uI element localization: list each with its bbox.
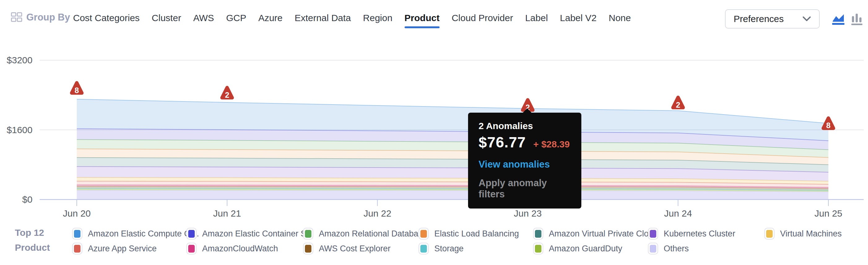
legend-title-line1: Top 12	[15, 225, 50, 240]
legend-item-label: Amazon Virtual Private Cloud	[549, 229, 658, 239]
legend-title: Top 12 Product	[15, 225, 50, 255]
anomaly-count: 2	[676, 101, 680, 109]
legend-title-line2: Product	[15, 240, 50, 255]
legend-item-label: AmazonCloudWatch	[202, 244, 278, 254]
legend-color-chip	[533, 243, 543, 255]
legend-item-label: Others	[664, 244, 689, 254]
legend-item-amazon-virtual-private-cloud[interactable]: Amazon Virtual Private Cloud	[533, 228, 658, 240]
tab-cloud-provider[interactable]: Cloud Provider	[452, 13, 513, 23]
grid-icon	[11, 12, 23, 23]
group-by-label: Group By	[26, 12, 70, 23]
legend-item-label: Azure App Service	[88, 244, 157, 254]
legend-color-chip	[764, 228, 775, 240]
y-tick-label: $1600	[7, 125, 32, 135]
legend-item-amazon-elastic-container-s[interactable]: Amazon Elastic Container S...	[186, 228, 313, 240]
legend-item-label: AWS Cost Explorer	[319, 244, 391, 254]
stacked-area-chart: Jun 20Jun 21Jun 22Jun 23Jun 24Jun 25$0$1…	[0, 34, 868, 220]
legend-item-kubernetes-cluster[interactable]: Kubernetes Cluster	[648, 228, 735, 240]
legend-color-chip	[418, 243, 429, 255]
preferences-dropdown[interactable]: Preferences	[725, 9, 820, 29]
group-by-label-container: Group By	[11, 12, 70, 23]
legend-item-label: Amazon GuardDuty	[549, 244, 622, 254]
area-band-others[interactable]	[77, 190, 828, 200]
legend-item-amazon-guardduty[interactable]: Amazon GuardDuty	[533, 243, 622, 255]
tooltip-tail	[523, 108, 532, 113]
chart-view-toggle	[832, 12, 863, 25]
legend-item-label: Kubernetes Cluster	[664, 229, 735, 239]
tab-aws[interactable]: AWS	[193, 13, 214, 23]
legend-item-amazon-relational-databas[interactable]: Amazon Relational Databas...	[303, 228, 429, 240]
anomaly-count: 2	[225, 90, 229, 99]
legend-item-label: Amazon Relational Databas...	[319, 229, 429, 239]
tab-none[interactable]: None	[609, 13, 631, 23]
area-chart-icon[interactable]	[832, 12, 845, 25]
groupby-bar: Group By Cost CategoriesClusterAWSGCPAzu…	[0, 0, 868, 34]
tooltip-anomaly-count: 2 Anomalies	[478, 121, 571, 131]
anomaly-marker-jun-25[interactable]: 8	[824, 118, 834, 130]
legend-item-others[interactable]: Others	[648, 243, 689, 255]
tab-azure[interactable]: Azure	[258, 13, 282, 23]
legend-item-aws-cost-explorer[interactable]: AWS Cost Explorer	[303, 243, 391, 255]
chevron-down-icon	[802, 16, 811, 22]
legend-item-virtual-machines[interactable]: Virtual Machines	[764, 228, 842, 240]
tooltip-cost-value: $76.77	[478, 134, 526, 151]
tab-region[interactable]: Region	[363, 13, 393, 23]
anomaly-marker-jun-24[interactable]: 2	[673, 98, 683, 109]
legend-item-label: Elastic Load Balancing	[434, 229, 519, 239]
bar-chart-icon[interactable]	[851, 12, 863, 25]
legend-color-chip	[72, 243, 82, 255]
legend-item-elastic-load-balancing[interactable]: Elastic Load Balancing	[418, 228, 519, 240]
anomaly-marker-jun-21[interactable]: 2	[222, 87, 232, 99]
y-tick-label: $3200	[7, 55, 32, 65]
chart-legend: Top 12 Product Amazon Elastic Compute Cl…	[0, 217, 868, 265]
legend-item-label: Storage	[434, 244, 464, 254]
tab-external-data[interactable]: External Data	[295, 13, 351, 23]
legend-item-amazoncloudwatch[interactable]: AmazonCloudWatch	[186, 243, 278, 255]
tooltip-cost-delta: + $28.39	[533, 139, 570, 150]
legend-color-chip	[648, 243, 658, 255]
tab-cost-categories[interactable]: Cost Categories	[73, 13, 140, 23]
tab-product[interactable]: Product	[405, 13, 440, 23]
anomaly-marker-jun-20[interactable]: 8	[72, 83, 82, 95]
anomaly-tooltip: 2 Anomalies $76.77 + $28.39 View anomali…	[468, 113, 581, 209]
legend-color-chip	[186, 243, 196, 255]
tab-label[interactable]: Label	[525, 13, 548, 23]
legend-color-chip	[648, 228, 658, 240]
tab-cluster[interactable]: Cluster	[152, 13, 181, 23]
legend-item-label: Amazon Elastic Compute Cl...	[88, 229, 199, 239]
legend-item-amazon-elastic-compute-cl[interactable]: Amazon Elastic Compute Cl...	[72, 228, 199, 240]
y-tick-label: $0	[22, 194, 32, 205]
legend-color-chip	[533, 228, 543, 240]
apply-anomaly-filters-link[interactable]: Apply anomaly filters	[478, 178, 571, 200]
legend-color-chip	[186, 228, 196, 240]
group-by-tabs: Cost CategoriesClusterAWSGCPAzureExterna…	[73, 9, 631, 27]
tab-label-v2[interactable]: Label V2	[560, 13, 596, 23]
legend-item-azure-app-service[interactable]: Azure App Service	[72, 243, 157, 255]
legend-color-chip	[303, 243, 313, 255]
chart-canvas[interactable]: Jun 20Jun 21Jun 22Jun 23Jun 24Jun 25$0$1…	[0, 34, 868, 220]
view-anomalies-link[interactable]: View anomalies	[478, 159, 571, 170]
legend-item-label: Virtual Machines	[780, 229, 842, 239]
legend-item-label: Amazon Elastic Container S...	[202, 229, 313, 239]
anomaly-count: 8	[826, 121, 831, 130]
legend-color-chip	[72, 228, 82, 240]
anomaly-count: 8	[74, 86, 79, 95]
preferences-label: Preferences	[734, 14, 784, 24]
legend-color-chip	[303, 228, 313, 240]
legend-color-chip	[418, 228, 429, 240]
tab-gcp[interactable]: GCP	[226, 13, 246, 23]
legend-item-storage[interactable]: Storage	[418, 243, 464, 255]
